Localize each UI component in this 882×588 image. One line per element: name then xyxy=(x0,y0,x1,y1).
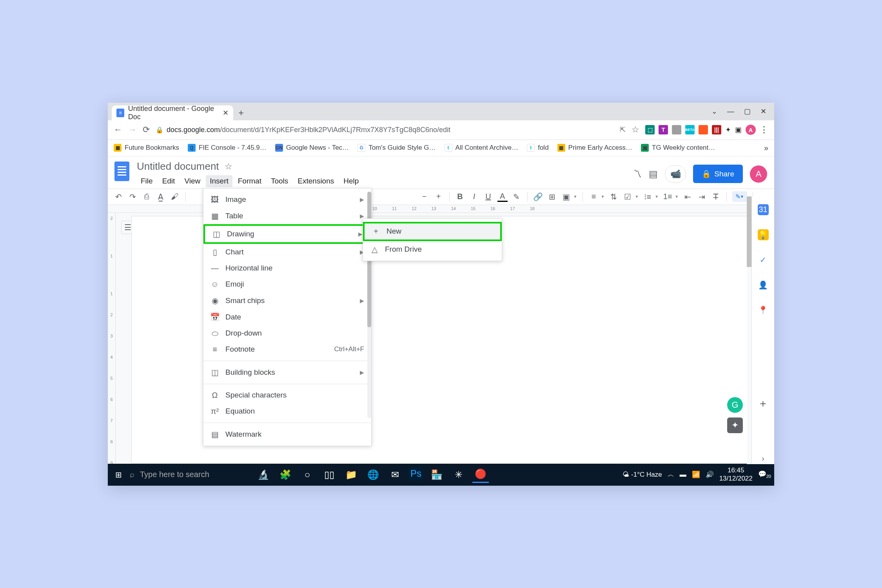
calendar-icon[interactable]: 31 xyxy=(758,204,769,215)
clear-format-icon[interactable]: T̶ xyxy=(711,192,721,202)
edge-icon[interactable]: 🌐 xyxy=(365,466,381,483)
menu-insert[interactable]: Insert xyxy=(206,175,232,187)
keep-icon[interactable]: 💡 xyxy=(758,229,769,240)
link-icon[interactable]: 🔗 xyxy=(533,192,543,202)
menu-insert-building-blocks[interactable]: ◫Building blocks▶ xyxy=(203,364,371,381)
vertical-scrollbar[interactable] xyxy=(747,196,751,464)
bookmarks-overflow-icon[interactable]: » xyxy=(764,143,768,152)
close-window-icon[interactable]: ✕ xyxy=(760,107,766,116)
undo-icon[interactable]: ↶ xyxy=(113,192,123,202)
ext-icon-5[interactable] xyxy=(699,125,708,134)
extensions-icon[interactable]: ✦ xyxy=(725,125,731,134)
cortana-icon[interactable]: ○ xyxy=(299,466,316,483)
bold-icon[interactable]: B xyxy=(455,192,465,202)
reload-icon[interactable]: ⟳ xyxy=(143,125,150,135)
menu-tools[interactable]: Tools xyxy=(267,175,292,187)
bookmark-item[interactable]: ▦TG Weekly content… xyxy=(641,144,715,152)
chevron-down-icon[interactable]: ⌄ xyxy=(711,107,717,116)
chrome-icon[interactable]: 🔴 xyxy=(472,466,489,483)
add-icon[interactable]: + xyxy=(758,398,769,409)
back-icon[interactable]: ← xyxy=(114,125,122,135)
ext-icon-1[interactable]: ⬚ xyxy=(645,125,655,134)
paint-format-icon[interactable]: 🖌 xyxy=(170,192,180,202)
redo-icon[interactable]: ↷ xyxy=(127,192,138,202)
spellcheck-icon[interactable]: A̲ xyxy=(156,192,166,202)
taskbar-search[interactable]: ⌕Type here to search xyxy=(130,470,251,479)
menu-insert-date[interactable]: 📅Date xyxy=(203,309,371,325)
volume-icon[interactable]: 🔊 xyxy=(706,470,714,479)
taskbar-app-icon[interactable]: 🧩 xyxy=(277,466,294,483)
menu-insert-image[interactable]: 🖼Image▶ xyxy=(203,192,371,208)
font-increase-icon[interactable]: + xyxy=(434,192,444,202)
submenu-from-drive[interactable]: △From Drive xyxy=(363,241,502,258)
weather-widget[interactable]: 🌤 -1°C Haze xyxy=(622,471,662,479)
menu-insert-equation[interactable]: π²Equation xyxy=(203,403,371,419)
bookmark-item[interactable]: tAll Content Archive… xyxy=(445,144,519,152)
add-comment-icon[interactable]: ⊞ xyxy=(547,192,557,202)
browser-tab[interactable]: ≡ Untitled document - Google Doc ✕ xyxy=(112,105,233,120)
wifi-icon[interactable]: 📶 xyxy=(692,470,700,479)
taskbar-app-icon[interactable]: 🔬 xyxy=(255,466,272,483)
store-icon[interactable]: 🏪 xyxy=(428,466,445,483)
url-input[interactable]: 🔒 docs.google.com/document/d/1YrKpKEFer3… xyxy=(156,126,614,134)
menu-format[interactable]: Format xyxy=(234,175,265,187)
bookmark-item[interactable]: GNGoogle News - Tec… xyxy=(275,144,349,152)
slack-icon[interactable]: ✳ xyxy=(450,466,467,483)
maximize-icon[interactable]: ▢ xyxy=(744,107,751,116)
new-tab-button[interactable]: + xyxy=(233,105,249,120)
profile-avatar[interactable]: A xyxy=(746,125,756,135)
mail-icon[interactable]: ✉ xyxy=(387,466,403,483)
ext-icon-3[interactable] xyxy=(672,125,681,134)
number-list-icon[interactable]: 1≡ xyxy=(662,192,673,202)
bullet-list-icon[interactable]: ⁝≡ xyxy=(642,192,653,202)
star-icon[interactable]: ☆ xyxy=(225,162,232,172)
italic-icon[interactable]: I xyxy=(469,192,479,202)
meet-button[interactable]: 📹 xyxy=(665,165,686,183)
menu-dots-icon[interactable]: ⋮ xyxy=(760,125,768,135)
font-decrease-icon[interactable]: − xyxy=(419,192,430,202)
ext-icon-4[interactable]: BETA xyxy=(685,125,695,134)
menu-edit[interactable]: Edit xyxy=(158,175,179,187)
profile-avatar[interactable]: A xyxy=(750,165,767,183)
contacts-icon[interactable]: 👤 xyxy=(758,279,769,290)
align-icon[interactable]: ≡ xyxy=(588,192,599,202)
task-view-icon[interactable]: ▯▯ xyxy=(321,466,338,483)
activity-icon[interactable]: 〽 xyxy=(633,169,642,179)
bookmark-item[interactable]: QFIE Console - 7.45.9… xyxy=(188,144,267,152)
file-explorer-icon[interactable]: 📁 xyxy=(343,466,359,483)
highlight-icon[interactable]: ✎ xyxy=(512,192,522,202)
print-icon[interactable]: ⎙ xyxy=(142,192,152,202)
ext-icon-2[interactable]: T xyxy=(659,125,668,134)
notifications-icon[interactable]: 💬20 xyxy=(758,470,771,479)
vertical-ruler[interactable]: 21123456789 xyxy=(108,213,116,464)
menu-insert-dropdown[interactable]: ⬭Drop-down xyxy=(203,325,371,341)
menu-insert-table[interactable]: ▦Table▶ xyxy=(203,208,371,224)
menu-insert-drawing[interactable]: ◫Drawing▶ xyxy=(203,224,371,244)
bookmark-item[interactable]: ▦Prime Early Access… xyxy=(557,144,632,152)
share-button[interactable]: 🔒Share xyxy=(693,165,743,183)
document-title[interactable]: Untitled document xyxy=(137,160,219,172)
line-spacing-icon[interactable]: ⇅ xyxy=(608,192,619,202)
menu-help[interactable]: Help xyxy=(339,175,363,187)
docs-logo-icon[interactable] xyxy=(112,160,132,183)
clock[interactable]: 16:45 13/12/2022 xyxy=(719,466,753,483)
battery-icon[interactable]: ▬ xyxy=(680,471,686,479)
minimize-icon[interactable]: — xyxy=(727,107,734,116)
text-color-icon[interactable]: A xyxy=(497,192,508,202)
close-icon[interactable]: ✕ xyxy=(223,109,229,117)
bookmark-item[interactable]: GTom's Guide Style G… xyxy=(358,144,436,152)
menu-file[interactable]: File xyxy=(137,175,157,187)
menu-insert-hr[interactable]: —Horizontal line xyxy=(203,260,371,276)
comment-icon[interactable]: ▤ xyxy=(649,169,658,180)
menu-view[interactable]: View xyxy=(180,175,204,187)
menu-insert-footnote[interactable]: ≡FootnoteCtrl+Alt+F xyxy=(203,341,371,358)
indent-increase-icon[interactable]: ⇥ xyxy=(697,192,707,202)
tray-expand-icon[interactable]: ︿ xyxy=(668,470,674,479)
collapse-panel-icon[interactable]: › xyxy=(758,453,769,464)
start-button[interactable]: ⊞ xyxy=(111,467,126,482)
explore-button[interactable]: ✦ xyxy=(727,417,743,433)
editing-mode-button[interactable]: ✎▼ xyxy=(732,191,747,202)
underline-icon[interactable]: U xyxy=(483,192,494,202)
bookmark-item[interactable]: ▦Future Bookmarks xyxy=(114,144,179,152)
panel-icon[interactable]: ▣ xyxy=(735,125,742,134)
